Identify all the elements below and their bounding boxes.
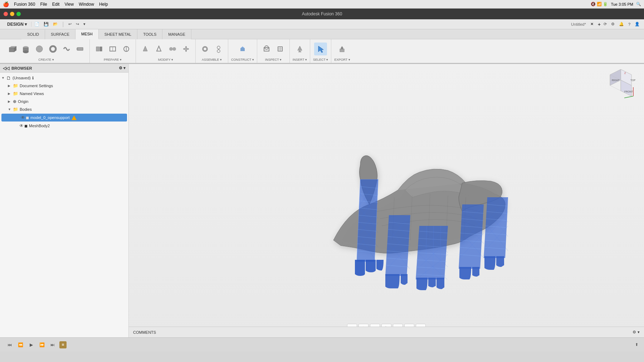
doc-settings-arrow: ▶: [8, 84, 13, 88]
minimize-button[interactable]: [10, 12, 14, 16]
bodies-label: Bodies: [20, 107, 32, 111]
save-button[interactable]: 💾: [42, 21, 50, 27]
open-button[interactable]: 📂: [52, 21, 59, 27]
tree-item-doc-settings[interactable]: ▶ 📁 Document Settings: [0, 82, 128, 90]
doc-settings-label: Document Settings: [20, 84, 53, 88]
create-label[interactable]: CREATE ▾: [38, 58, 54, 61]
playback-prev-button[interactable]: ⏪: [16, 341, 24, 349]
insert-label[interactable]: INSERT ▾: [293, 58, 307, 61]
browser-collapse-icon[interactable]: ◁◁: [3, 66, 9, 71]
tree-item-named-views[interactable]: ▶ 📁 Named Views: [0, 90, 128, 98]
prepare-tool1-button[interactable]: [93, 43, 106, 55]
quick-toolbar: DESIGN ▾ 📄 💾 📂 | ↩ ↪ ▾ Untitled* ✕ + ⟳ ⚙…: [0, 19, 644, 29]
close-button[interactable]: [4, 12, 8, 16]
maximize-button[interactable]: [16, 12, 21, 16]
menu-fusion360[interactable]: Fusion 360: [14, 2, 35, 7]
tab-surface[interactable]: SURFACE: [45, 29, 75, 39]
assemble-tool1-button[interactable]: [199, 43, 211, 55]
tree-item-unsaved[interactable]: ▼ 🗋 (Unsaved) ℹ: [0, 74, 128, 82]
viewport[interactable]: Z TOP FRONT RIGHT: [129, 64, 644, 337]
create-torus-button[interactable]: [47, 43, 59, 55]
create-cylinder-button[interactable]: [19, 43, 32, 55]
assemble-tool2-button[interactable]: [212, 43, 225, 55]
playback-first-button[interactable]: ⏮: [6, 341, 14, 349]
undo-button[interactable]: ↩: [67, 21, 73, 27]
origin-arrow: ▶: [8, 100, 13, 103]
tab-sheet-metal[interactable]: SHEET METAL: [99, 29, 137, 39]
tab-tools[interactable]: TOOLS: [137, 29, 162, 39]
inspect-tool2-button[interactable]: [274, 43, 287, 55]
create-pipe-button[interactable]: [74, 43, 87, 55]
svg-rect-30: [240, 48, 245, 51]
menu-help[interactable]: Help: [99, 2, 108, 7]
new-file-button[interactable]: 📄: [33, 21, 41, 27]
select-label[interactable]: SELECT ▾: [313, 58, 328, 61]
apple-icon[interactable]: 🍎: [3, 1, 9, 7]
modify-label[interactable]: MODIFY ▾: [158, 58, 173, 61]
tree-item-meshbody2[interactable]: 👁 ◼ MeshBody2: [0, 122, 128, 130]
unsaved-info-icon[interactable]: ℹ: [32, 76, 34, 80]
create-coil-button[interactable]: [60, 43, 73, 55]
search-icon[interactable]: 🔍: [636, 2, 641, 6]
create-sphere-button[interactable]: [33, 43, 46, 55]
playback-play-button[interactable]: ▶: [27, 341, 35, 349]
tab-manage[interactable]: MANAGE: [162, 29, 191, 39]
comments-bar: COMMENTS ⚙ ▾: [129, 327, 644, 337]
refresh-button[interactable]: ⟳: [602, 21, 608, 27]
model0-eye-icon[interactable]: 👁: [21, 115, 25, 120]
menu-file[interactable]: File: [40, 2, 47, 7]
toolbar-group-prepare: PREPARE ▾: [90, 39, 136, 63]
tab-solid[interactable]: SOLID: [21, 29, 45, 39]
viewcube[interactable]: Z TOP FRONT RIGHT: [605, 68, 637, 100]
export-tool1-button[interactable]: [336, 43, 348, 55]
modify-tool2-button[interactable]: [152, 43, 165, 55]
meshbody2-eye-icon[interactable]: 👁: [19, 123, 24, 128]
menu-window[interactable]: Window: [79, 2, 94, 7]
add-tab-button[interactable]: +: [598, 21, 601, 27]
insert-tool1-button[interactable]: [293, 43, 306, 55]
playback-next-button[interactable]: ⏩: [38, 341, 46, 349]
comments-settings-icon[interactable]: ⚙: [633, 330, 636, 334]
prepare-label[interactable]: PREPARE ▾: [104, 58, 122, 61]
construct-tool1-button[interactable]: [236, 43, 249, 55]
playback-last-button[interactable]: ⏭: [49, 341, 57, 349]
modify-tool1-button[interactable]: [139, 43, 152, 55]
toolbar-group-export: EXPORT ▾: [331, 39, 353, 63]
svg-line-53: [624, 96, 633, 98]
browser-settings-icon[interactable]: ⚙ ▾: [119, 66, 126, 70]
select-tool-button[interactable]: [314, 43, 327, 55]
tree-item-bodies[interactable]: ▼ 📁 Bodies: [0, 105, 128, 113]
status-expand-icon[interactable]: ⬆: [635, 342, 638, 347]
traffic-lights: [4, 12, 21, 16]
inspect-tool1-button[interactable]: [260, 43, 273, 55]
inspect-label[interactable]: INSPECT ▾: [265, 58, 282, 61]
menu-view[interactable]: View: [64, 2, 74, 7]
prepare-tool2-button[interactable]: [106, 43, 119, 55]
export-label[interactable]: EXPORT ▾: [334, 58, 350, 61]
timeline-handle[interactable]: [59, 341, 67, 348]
svg-point-8: [77, 48, 78, 50]
design-mode-button[interactable]: DESIGN ▾: [3, 22, 31, 27]
close-document-button[interactable]: ✕: [590, 22, 594, 26]
modify-move-button[interactable]: [180, 43, 192, 55]
menubar-icons: 🔇 📶 🔋: [591, 2, 608, 6]
help-button[interactable]: ?: [627, 21, 632, 27]
comments-expand-icon[interactable]: ▾: [638, 330, 640, 334]
tab-mesh[interactable]: MESH: [75, 29, 99, 39]
construct-label[interactable]: CONSTRUCT ▾: [231, 58, 254, 61]
prepare-tool3-button[interactable]: [120, 43, 133, 55]
redo-button[interactable]: ↪: [74, 21, 80, 27]
assemble-label[interactable]: ASSEMBLE ▾: [202, 58, 222, 61]
tree-item-model0[interactable]: 👁 ◼ model_0_opensupport: [1, 114, 127, 122]
modify-tool3-button[interactable]: [166, 43, 179, 55]
create-box-button[interactable]: [6, 43, 19, 55]
select-icons: [314, 41, 327, 57]
named-views-arrow: ▶: [8, 92, 13, 95]
notification-button[interactable]: 🔔: [618, 21, 625, 27]
more-button[interactable]: ▾: [82, 21, 87, 27]
menu-edit[interactable]: Edit: [52, 2, 60, 7]
settings-button[interactable]: ⚙: [610, 21, 616, 27]
tree-item-origin[interactable]: ▶ ⊕ Origin: [0, 98, 128, 105]
svg-point-6: [36, 46, 43, 52]
user-button[interactable]: 👤: [633, 21, 641, 27]
